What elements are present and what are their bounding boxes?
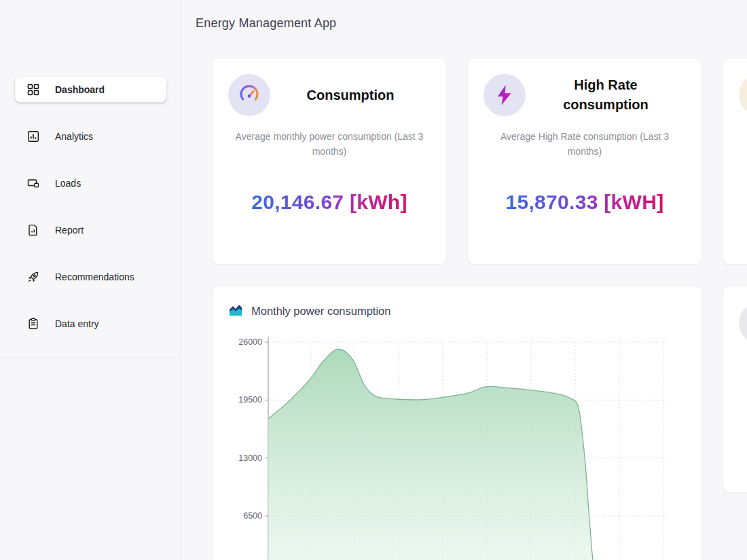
- partial-stat-card: [723, 58, 747, 265]
- high-rate-card: High Rate consumption Average High Rate …: [467, 58, 702, 265]
- document-chart-icon: [27, 224, 39, 236]
- area-chart-icon: [229, 303, 242, 319]
- consumption-card: Consumption Average monthly power consum…: [212, 58, 447, 265]
- gauge-icon: [228, 74, 270, 116]
- svg-text:13000: 13000: [238, 453, 262, 463]
- high-rate-card-subtitle: Average High Rate consumption (Last 3 mo…: [490, 129, 679, 160]
- cards-grid: Consumption Average monthly power consum…: [212, 58, 747, 560]
- chart-card-header: Monthly power consumption: [229, 303, 685, 319]
- sidebar: Dashboard Analytics: [0, 0, 181, 560]
- sidebar-item-label: Loads: [55, 178, 81, 189]
- clipboard-icon: [27, 318, 39, 330]
- partial-stat-icon: [739, 74, 747, 116]
- partial-card-bottom: [723, 286, 747, 493]
- main-content: Energy Management App: [181, 0, 747, 560]
- consumption-card-subtitle: Average monthly power consumption (Last …: [235, 129, 424, 160]
- chart-title: Monthly power consumption: [251, 305, 390, 318]
- high-rate-value: 15,870.33 [kWH]: [506, 191, 664, 214]
- sidebar-item-report[interactable]: Report: [0, 217, 181, 243]
- lightning-icon: [484, 74, 526, 116]
- high-rate-card-title: High Rate consumption: [526, 75, 686, 115]
- sidebar-item-label: Report: [55, 225, 84, 236]
- page-title: Energy Management App: [196, 16, 747, 31]
- sidebar-item-data-entry[interactable]: Data entry: [0, 311, 181, 337]
- devices-icon: [27, 177, 39, 189]
- sidebar-item-label: Dashboard: [55, 84, 105, 95]
- consumption-value: 20,146.67 [kWh]: [251, 191, 407, 214]
- consumption-card-header: Consumption: [228, 74, 431, 116]
- dashboard-grid-icon: [27, 83, 39, 96]
- sidebar-item-recommendations[interactable]: Recommendations: [0, 264, 181, 290]
- high-rate-card-header: High Rate consumption: [484, 74, 686, 116]
- sidebar-item-label: Analytics: [55, 131, 93, 142]
- sidebar-item-loads[interactable]: Loads: [0, 170, 181, 196]
- monthly-consumption-chart: 2600019500130006500: [229, 327, 685, 560]
- partial-gray-icon: [739, 302, 747, 344]
- svg-text:6500: 6500: [243, 511, 262, 521]
- sidebar-item-analytics[interactable]: Analytics: [0, 124, 181, 149]
- sidebar-item-label: Recommendations: [55, 272, 134, 282]
- consumption-card-title: Consumption: [270, 86, 431, 105]
- consumption-value-wrap: 20,146.67 [kWh]: [228, 191, 431, 214]
- chart-card: Monthly power consumption 26000195001300…: [212, 286, 702, 560]
- sidebar-nav: Dashboard Analytics: [0, 0, 181, 358]
- sidebar-item-label: Data entry: [55, 318, 99, 329]
- svg-text:19500: 19500: [238, 395, 262, 405]
- rocket-icon: [27, 271, 39, 283]
- sidebar-item-dashboard[interactable]: Dashboard: [15, 77, 166, 102]
- svg-text:26000: 26000: [238, 337, 262, 347]
- high-rate-value-wrap: 15,870.33 [kWH]: [484, 191, 686, 214]
- bar-chart-icon: [27, 130, 39, 143]
- app-root: Dashboard Analytics: [0, 0, 747, 560]
